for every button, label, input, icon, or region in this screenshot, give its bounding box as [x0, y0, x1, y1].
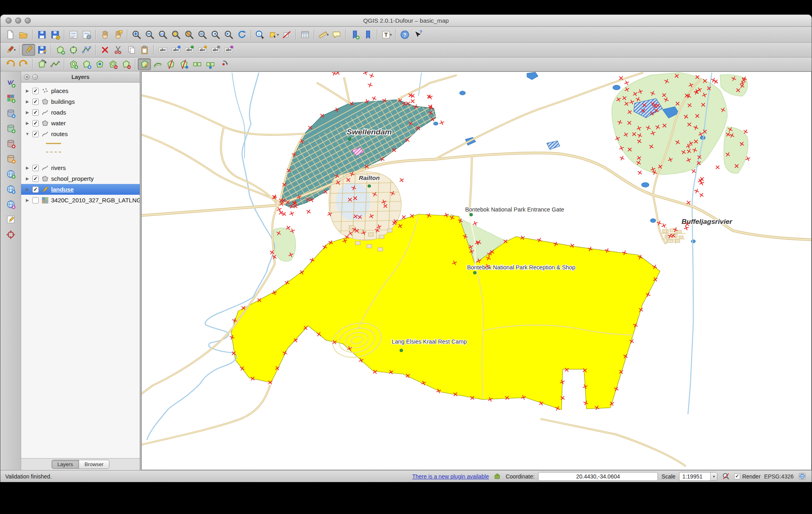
new-project-button[interactable] [4, 29, 17, 41]
add-wcs-layer-button[interactable] [4, 182, 18, 196]
add-mssql-layer-button[interactable] [4, 137, 18, 150]
add-oracle-layer-button[interactable] [4, 152, 18, 165]
layer-row-places[interactable]: ▶ ✓ places [21, 85, 140, 96]
open-project-button[interactable] [17, 29, 30, 41]
fill-ring-button[interactable] [93, 58, 106, 70]
undo-button[interactable] [4, 58, 17, 70]
layer-row-school-property[interactable]: ▶ ✓ school_property [21, 173, 140, 184]
layer-visibility-checkbox[interactable]: ✓ [32, 109, 39, 116]
delete-part-button[interactable] [119, 58, 133, 70]
node-tool-button[interactable] [80, 44, 93, 56]
rotate-feature-button[interactable] [35, 58, 48, 70]
collapse-icon[interactable]: ▼ [25, 132, 30, 136]
deselect-all-button[interactable] [280, 29, 293, 41]
whats-this-button[interactable]: ? [411, 29, 424, 41]
open-attribute-table-button[interactable] [298, 29, 311, 41]
delete-ring-button[interactable] [106, 58, 119, 70]
add-postgis-layer-button[interactable] [4, 107, 18, 120]
label-properties-button[interactable]: abc [222, 44, 235, 56]
layer-row-raster[interactable]: ▶ 3420C_2010_327_RGB_LATLNG [21, 195, 140, 206]
composer-manager-button[interactable] [80, 29, 93, 41]
add-feature-button[interactable] [53, 44, 67, 56]
crs-status-button[interactable] [797, 472, 807, 481]
chevron-down-icon[interactable]: ▾ [327, 33, 329, 37]
zoom-native-button[interactable]: 1:1 [156, 29, 169, 41]
labeling-button[interactable]: abc [156, 44, 169, 56]
chevron-down-icon[interactable]: ▾ [710, 472, 717, 480]
current-edits-button[interactable]: ▾ [4, 44, 17, 56]
chevron-down-icon[interactable]: ▾ [277, 33, 279, 37]
map-tips-button[interactable] [330, 29, 343, 41]
render-checkbox-box[interactable]: ✓ [734, 473, 740, 479]
routes-legend-item[interactable] [21, 148, 140, 156]
expand-icon[interactable]: ▶ [25, 187, 30, 192]
reshape-features-button[interactable] [138, 58, 151, 70]
expand-icon[interactable]: ▶ [25, 89, 30, 93]
save-layer-edits-button[interactable] [35, 44, 48, 56]
split-features-button[interactable] [164, 58, 177, 70]
delete-selected-button[interactable] [98, 44, 111, 56]
add-wms-layer-button[interactable] [4, 167, 18, 180]
save-project-button[interactable] [35, 29, 48, 41]
panel-close-button[interactable]: ✕ [24, 74, 30, 80]
help-contents-button[interactable]: ? [398, 29, 411, 41]
identify-features-button[interactable]: i [254, 29, 267, 41]
add-spatialite-layer-button[interactable] [4, 122, 18, 135]
zoom-out-button[interactable] [143, 29, 156, 41]
label-rotate-button[interactable]: abc [182, 44, 196, 56]
merge-features-button[interactable] [190, 58, 204, 70]
show-bookmarks-button[interactable] [361, 29, 374, 41]
copy-features-button[interactable] [125, 44, 138, 56]
move-feature-button[interactable] [67, 44, 80, 56]
expand-icon[interactable]: ▶ [25, 110, 30, 115]
expand-icon[interactable]: ▶ [25, 99, 30, 104]
add-vector-layer-button[interactable]: V [4, 76, 18, 89]
layer-visibility-checkbox[interactable]: ✓ [32, 120, 39, 127]
new-composer-button[interactable] [67, 29, 80, 41]
pan-to-selection-button[interactable] [111, 29, 125, 41]
text-annotation-button[interactable]: T▾ [380, 29, 393, 41]
layer-visibility-checkbox[interactable]: ✓ [32, 165, 39, 171]
layer-row-routes[interactable]: ▼ ✓ routes [21, 128, 140, 139]
toggle-editing-button[interactable] [22, 44, 35, 56]
plugin-icon[interactable] [493, 472, 502, 481]
coordinate-input[interactable] [538, 472, 658, 481]
plugin-link[interactable]: There is a new plugin available [412, 473, 489, 480]
panel-float-button[interactable]: − [32, 74, 38, 80]
chevron-down-icon[interactable]: ▾ [14, 48, 16, 52]
new-bookmark-button[interactable] [348, 29, 361, 41]
titlebar[interactable]: QGIS 2.0.1-Dufour – basic_map [0, 15, 812, 27]
add-wfs-layer-button[interactable] [4, 198, 18, 211]
layer-visibility-checkbox[interactable]: ✓ [32, 186, 39, 193]
add-ring-button[interactable] [67, 58, 80, 70]
tab-browser[interactable]: Browser [79, 460, 110, 469]
scale-lock-icon[interactable] [721, 472, 731, 481]
layer-visibility-checkbox[interactable]: ✓ [32, 176, 39, 182]
split-parts-button[interactable] [177, 58, 190, 70]
layer-row-buildings[interactable]: ▶ ✓ buildings [21, 96, 140, 107]
label-pin-button[interactable]: abc [196, 44, 209, 56]
zoom-full-button[interactable] [169, 29, 182, 41]
cut-features-button[interactable] [111, 44, 125, 56]
paste-features-button[interactable] [138, 44, 151, 56]
layer-visibility-checkbox[interactable]: ✓ [32, 99, 39, 105]
expand-icon[interactable]: ▶ [25, 176, 30, 181]
chevron-down-icon[interactable]: ▾ [390, 33, 392, 37]
layer-row-water[interactable]: ▶ ✓ water [21, 118, 140, 128]
measure-line-button[interactable]: ▾ [317, 29, 330, 41]
redo-button[interactable] [17, 58, 30, 70]
expand-icon[interactable]: ▶ [25, 121, 30, 125]
layer-visibility-checkbox[interactable]: ✓ [32, 131, 39, 137]
map-svg[interactable]: Swellendam Railton Bontebok National Par… [142, 72, 811, 470]
zoom-in-button[interactable] [130, 29, 143, 41]
save-project-as-button[interactable] [48, 29, 61, 41]
layer-row-rivers[interactable]: ▶ ✓ rivers [21, 162, 140, 173]
rotate-point-symbols-button[interactable] [217, 58, 230, 70]
zoom-last-button[interactable] [209, 29, 222, 41]
layer-row-roads[interactable]: ▶ ✓ roads [21, 107, 140, 118]
zoom-to-layer-button[interactable] [196, 29, 209, 41]
coordinate-capture-button[interactable] [4, 228, 18, 241]
layer-visibility-checkbox[interactable] [32, 197, 39, 204]
label-move-button[interactable]: abc [169, 44, 182, 56]
offset-curve-button[interactable] [151, 58, 164, 70]
